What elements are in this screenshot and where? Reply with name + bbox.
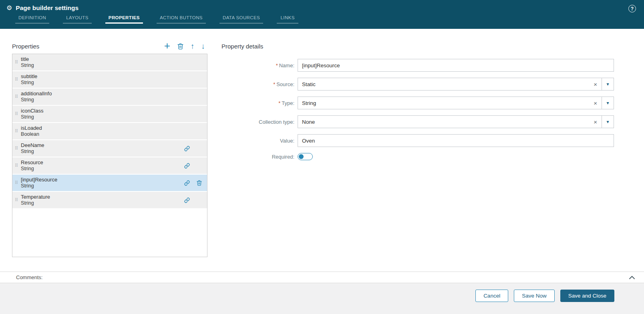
property-type: String [21,80,37,86]
save-and-close-button[interactable]: Save and Close [560,290,614,302]
collection-type-label: Collection type: [259,119,294,125]
drag-handle-icon[interactable]: ⠿ [15,95,18,99]
toggle-knob [299,154,304,159]
delete-property-button[interactable] [177,43,184,50]
property-row-isloaded[interactable]: ⠿ isLoaded Boolean [12,123,207,139]
property-details-form: *Name: *Source: × ▾ *Type: [221,59,614,166]
property-row-deename[interactable]: ⠿ DeeName String [12,140,207,157]
header: ⚙ Page builder settings ? DEFINITION LAY… [0,0,644,29]
value-input[interactable] [298,134,614,147]
properties-panel-header: Properties + ↑ ↓ [12,41,207,51]
move-up-button[interactable]: ↑ [191,42,195,50]
bind-link-icon[interactable] [184,180,190,186]
required-label: Required: [272,154,294,160]
source-field-row: *Source: × ▾ [221,78,614,91]
property-name: subtitle [21,73,37,80]
property-details-panel: Property details *Name: *Source: × ▾ [221,41,614,272]
collection-type-field-row: Collection type: × ▾ [221,115,614,128]
chevron-down-icon[interactable]: ▾ [602,116,614,128]
type-field-row: *Type: × ▾ [221,97,614,109]
page-title: Page builder settings [16,4,78,12]
property-row-additionalinfo[interactable]: ⠿ additionalInfo String [12,89,207,105]
name-field-row: *Name: [221,59,614,72]
collection-type-value[interactable] [298,116,589,128]
required-field-row: Required: [221,153,614,160]
gear-icon: ⚙ [6,5,12,11]
chevron-down-icon[interactable]: ▾ [602,97,614,109]
tab-data-sources[interactable]: DATA SOURCES [219,14,263,24]
property-type: String [21,166,43,172]
bind-link-icon[interactable] [184,197,190,203]
tab-properties[interactable]: PROPERTIES [105,14,143,24]
properties-panel: Properties + ↑ ↓ ⠿ title String [12,41,207,272]
value-label: Value: [280,138,294,144]
clear-icon[interactable]: × [589,100,602,106]
bind-link-icon[interactable] [184,146,190,151]
property-row-resource[interactable]: ⠿ Resource String [12,157,207,174]
required-marker: * [273,81,275,87]
type-label: Type: [282,100,294,106]
source-value[interactable] [298,78,589,90]
comments-label: Comments: [16,274,42,280]
add-property-button[interactable]: + [164,40,170,51]
tab-links[interactable]: LINKS [277,14,298,24]
details-panel-header: Property details [221,41,614,51]
property-type: Boolean [21,131,42,137]
property-type: String [21,97,52,103]
header-title-row: ⚙ Page builder settings [0,0,644,12]
property-name: Temperature [21,194,50,200]
drag-handle-icon[interactable]: ⠿ [15,77,18,82]
property-type: String [21,114,43,120]
comments-section: Comments: [0,272,644,283]
chevron-down-icon[interactable]: ▾ [602,78,614,90]
property-name: Resource [21,159,43,166]
save-now-button[interactable]: Save Now [514,290,555,302]
drag-handle-icon[interactable]: ⠿ [15,146,18,151]
property-type: String [21,62,34,68]
drag-handle-icon[interactable]: ⠿ [15,198,18,202]
drag-handle-icon[interactable]: ⠿ [15,112,18,116]
cancel-button[interactable]: Cancel [475,290,508,302]
property-name: [input]Resource [21,177,57,183]
collection-type-dropdown[interactable]: × ▾ [298,115,614,128]
row-delete-icon[interactable] [196,180,202,186]
drag-handle-icon[interactable]: ⠿ [15,129,18,133]
drag-handle-icon[interactable]: ⠿ [15,163,18,168]
required-marker: * [276,62,278,68]
drag-handle-icon[interactable]: ⠿ [15,181,18,185]
tab-action-buttons[interactable]: ACTION BUTTONS [157,14,206,24]
property-row-input-resource[interactable]: ⠿ [input]Resource String [12,175,207,191]
tab-definition[interactable]: DEFINITION [15,14,49,24]
property-type: String [21,183,57,189]
move-down-button[interactable]: ↓ [201,42,205,50]
name-input[interactable] [298,59,614,72]
property-row-subtitle[interactable]: ⠿ subtitle String [12,71,207,88]
tab-layouts[interactable]: LAYOUTS [63,14,92,24]
property-name: iconClass [21,108,43,114]
clear-icon[interactable]: × [589,81,602,87]
property-name: additionalInfo [21,91,52,97]
properties-panel-title: Properties [12,43,39,50]
properties-list: ⠿ title String ⠿ subtitle String [12,54,207,257]
property-row-iconclass[interactable]: ⠿ iconClass String [12,106,207,122]
help-icon[interactable]: ? [628,5,636,12]
name-label: Name: [279,62,294,68]
required-marker: * [278,100,280,106]
property-row-temperature[interactable]: ⠿ Temperature String [12,192,207,208]
drag-handle-icon[interactable]: ⠿ [15,60,18,64]
property-name: isLoaded [21,125,42,131]
source-dropdown[interactable]: × ▾ [298,78,614,91]
collapse-chevron-icon[interactable] [629,275,635,280]
details-panel-title: Property details [221,43,263,50]
property-type: String [21,149,44,155]
bind-link-icon[interactable] [184,163,190,169]
clear-icon[interactable]: × [589,119,602,125]
type-value[interactable] [298,97,589,109]
value-field-row: Value: [221,134,614,147]
type-dropdown[interactable]: × ▾ [298,97,614,109]
property-type: String [21,200,50,206]
tab-bar: DEFINITION LAYOUTS PROPERTIES ACTION BUT… [0,14,644,24]
property-name: title [21,56,34,62]
required-toggle[interactable] [298,153,313,160]
property-row-title[interactable]: ⠿ title String [12,54,207,70]
